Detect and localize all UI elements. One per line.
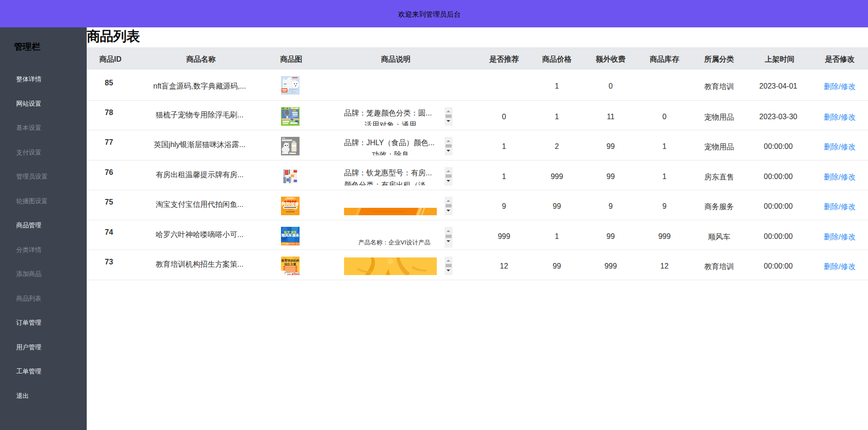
svg-text:邦邦信誉: 邦邦信誉 bbox=[281, 201, 300, 206]
svg-text:顺风车服务: 顺风车服务 bbox=[281, 233, 300, 237]
svg-text:albb 教育培训: albb 教育培训 bbox=[287, 273, 300, 275]
svg-text:教育培训机构: 教育培训机构 bbox=[281, 259, 300, 263]
svg-text:划算 畅快 安全: 划算 畅快 安全 bbox=[287, 243, 300, 245]
svg-text:招生方案: 招生方案 bbox=[284, 263, 296, 266]
